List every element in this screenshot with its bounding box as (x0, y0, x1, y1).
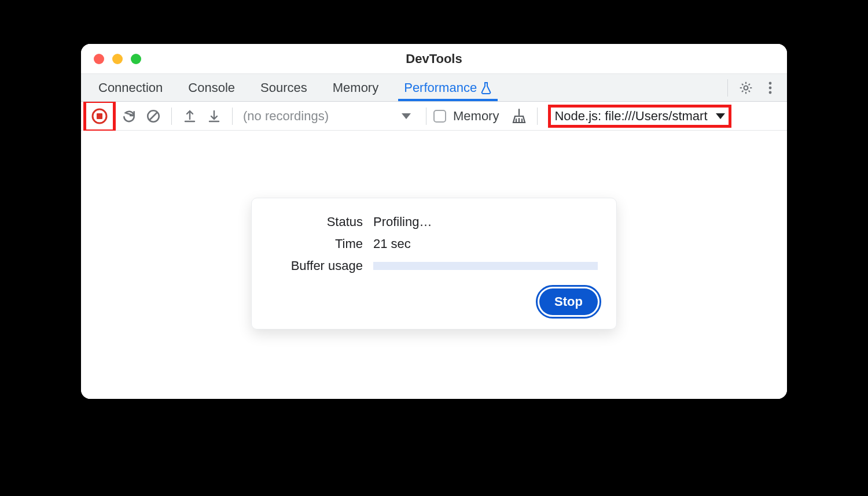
titlebar: DevTools (81, 44, 787, 74)
status-label: Status (270, 214, 363, 230)
stop-button[interactable]: Stop (539, 288, 598, 315)
divider (537, 108, 538, 125)
time-value: 21 sec (373, 236, 598, 251)
traffic-lights (81, 54, 141, 64)
window-title: DevTools (81, 51, 787, 66)
status-value: Profiling… (373, 214, 598, 230)
devtools-window: DevTools Connection Console Sources Memo… (81, 44, 787, 399)
tab-label: Memory (333, 80, 378, 95)
svg-rect-5 (97, 113, 102, 119)
divider (232, 108, 233, 125)
divider (426, 108, 426, 125)
save-profile-button[interactable] (203, 105, 225, 127)
tab-label: Performance (404, 80, 477, 95)
buffer-usage-bar (373, 262, 598, 270)
tab-label: Console (188, 80, 235, 95)
tab-console[interactable]: Console (175, 74, 248, 101)
tab-connection[interactable]: Connection (86, 74, 175, 101)
reload-icon (122, 109, 137, 124)
tabs-bar: Connection Console Sources Memory Perfor… (81, 74, 787, 102)
zoom-icon[interactable] (131, 54, 141, 64)
minimize-icon[interactable] (112, 54, 123, 64)
tab-sources[interactable]: Sources (248, 74, 320, 101)
chevron-down-icon (402, 113, 411, 119)
broom-icon (512, 108, 527, 124)
close-icon[interactable] (94, 54, 104, 64)
tab-performance[interactable]: Performance (391, 74, 505, 101)
reload-record-button[interactable] (118, 105, 140, 127)
download-icon (207, 109, 221, 124)
record-button[interactable] (87, 104, 112, 128)
record-stop-icon (91, 108, 108, 124)
panel-actions: Stop (270, 288, 598, 315)
cancel-icon (146, 109, 161, 124)
chevron-down-icon (716, 113, 725, 119)
performance-toolbar: (no recordings) Memory Node.js: file:///… (81, 102, 787, 131)
recordings-placeholder: (no recordings) (243, 109, 329, 124)
memory-checkbox[interactable] (433, 110, 446, 123)
profiling-panel: Status Profiling… Time 21 sec Buffer usa… (251, 198, 617, 330)
divider (727, 79, 728, 97)
svg-point-2 (769, 86, 772, 89)
memory-label: Memory (453, 109, 499, 124)
tab-label: Connection (98, 80, 163, 95)
divider (171, 108, 172, 125)
record-highlight (83, 100, 116, 132)
tab-memory[interactable]: Memory (320, 74, 391, 101)
stop-button-label: Stop (554, 294, 583, 309)
more-vertical-icon (768, 81, 772, 95)
more-button[interactable] (759, 77, 781, 99)
gear-icon (738, 80, 753, 95)
experiment-icon (480, 82, 492, 94)
recordings-dropdown[interactable]: (no recordings) (240, 109, 419, 124)
svg-point-1 (769, 82, 772, 84)
svg-point-0 (744, 86, 748, 90)
tabs-right (723, 74, 787, 101)
target-label: Node.js: file:///Users/stmart (554, 109, 707, 124)
target-dropdown[interactable]: Node.js: file:///Users/stmart (548, 105, 731, 128)
tab-label: Sources (260, 80, 307, 95)
buffer-label: Buffer usage (270, 258, 363, 273)
content-area: Status Profiling… Time 21 sec Buffer usa… (81, 131, 787, 399)
load-profile-button[interactable] (179, 105, 201, 127)
svg-point-3 (769, 91, 772, 94)
collect-garbage-button[interactable] (508, 105, 530, 127)
settings-button[interactable] (735, 77, 757, 99)
time-label: Time (270, 236, 363, 251)
clear-button[interactable] (142, 105, 164, 127)
upload-icon (183, 109, 197, 124)
